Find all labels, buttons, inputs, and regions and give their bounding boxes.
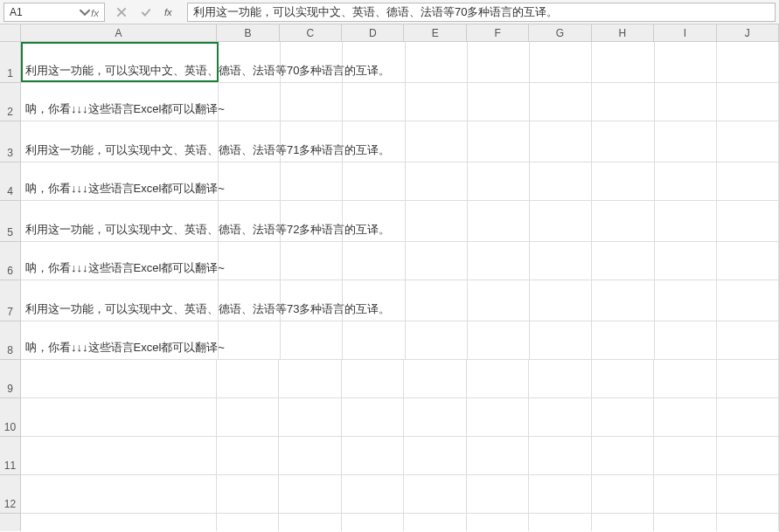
col-header-E[interactable]: E: [404, 24, 466, 41]
col-header-I[interactable]: I: [654, 24, 716, 41]
cell[interactable]: [468, 83, 530, 121]
cell[interactable]: [406, 201, 468, 241]
cell[interactable]: [717, 475, 779, 513]
cell[interactable]: [406, 280, 468, 321]
col-header-G[interactable]: G: [529, 24, 591, 41]
cell[interactable]: [468, 121, 530, 162]
cell[interactable]: [406, 162, 468, 200]
cell[interactable]: [279, 437, 341, 474]
cell[interactable]: [467, 398, 529, 436]
enter-button[interactable]: [138, 4, 154, 20]
col-header-J[interactable]: J: [717, 24, 779, 41]
cell[interactable]: [279, 360, 341, 397]
cell[interactable]: [342, 475, 404, 513]
cell[interactable]: [468, 201, 530, 241]
cell[interactable]: [404, 398, 466, 436]
cell-A8[interactable]: 呐，你看↓↓↓这些语言Excel都可以翻译~: [21, 321, 219, 359]
cell[interactable]: [281, 83, 343, 121]
name-box-fx-icon[interactable]: fx: [91, 6, 103, 18]
row-header-4[interactable]: 4: [0, 162, 20, 201]
cell[interactable]: [530, 162, 592, 200]
cell[interactable]: [467, 437, 529, 474]
cell[interactable]: [530, 121, 592, 162]
cell[interactable]: [529, 514, 591, 531]
cell[interactable]: [406, 83, 468, 121]
cell[interactable]: [530, 242, 592, 280]
cell[interactable]: [343, 321, 405, 359]
cell[interactable]: [217, 360, 279, 397]
cell[interactable]: [530, 280, 592, 321]
cell[interactable]: [467, 360, 529, 397]
cell[interactable]: [404, 514, 466, 531]
cell[interactable]: [468, 280, 530, 321]
cell[interactable]: [217, 398, 279, 436]
cell[interactable]: [404, 437, 466, 474]
cell[interactable]: [467, 475, 529, 513]
cell[interactable]: [592, 360, 654, 397]
cell[interactable]: [21, 475, 217, 513]
cell[interactable]: [217, 514, 279, 531]
cell[interactable]: [343, 83, 405, 121]
cell[interactable]: [592, 280, 654, 321]
cell[interactable]: [592, 475, 654, 513]
cell[interactable]: [717, 121, 779, 162]
cell[interactable]: [406, 242, 468, 280]
col-header-D[interactable]: D: [342, 24, 404, 41]
cell[interactable]: [406, 42, 468, 82]
row-header-10[interactable]: 10: [0, 398, 20, 437]
cell-A5[interactable]: 利用这一功能，可以实现中文、英语、德语、法语等72多种语言的互译。: [21, 201, 219, 241]
cell[interactable]: [654, 475, 716, 513]
row-header-12[interactable]: 12: [0, 475, 20, 514]
cell[interactable]: [654, 398, 716, 436]
cell[interactable]: [592, 321, 654, 359]
cell[interactable]: [529, 475, 591, 513]
cell[interactable]: [654, 437, 716, 474]
cell[interactable]: [342, 360, 404, 397]
cell[interactable]: [217, 437, 279, 474]
col-header-A[interactable]: A: [21, 24, 217, 41]
cell[interactable]: [655, 83, 717, 121]
row-header-3[interactable]: 3: [0, 121, 20, 162]
cell[interactable]: [342, 437, 404, 474]
cell[interactable]: [654, 360, 716, 397]
cell-A7[interactable]: 利用这一功能，可以实现中文、英语、德语、法语等73多种语言的互译。: [21, 280, 219, 321]
cell[interactable]: [717, 242, 779, 280]
row-header-7[interactable]: 7: [0, 280, 20, 321]
cell[interactable]: [717, 83, 779, 121]
cell[interactable]: [279, 514, 341, 531]
cell[interactable]: [717, 360, 779, 397]
cell[interactable]: [655, 201, 717, 241]
cell[interactable]: [592, 514, 654, 531]
cell[interactable]: [217, 475, 279, 513]
cell[interactable]: [468, 42, 530, 82]
cell[interactable]: [404, 360, 466, 397]
cell[interactable]: [654, 514, 716, 531]
cell[interactable]: [219, 162, 281, 200]
row-header-8[interactable]: 8: [0, 321, 20, 360]
insert-function-button[interactable]: fx: [163, 4, 178, 20]
formula-input[interactable]: [187, 3, 776, 22]
cell[interactable]: [592, 83, 654, 121]
cell[interactable]: [530, 42, 592, 82]
cell[interactable]: [468, 242, 530, 280]
cell[interactable]: [468, 321, 530, 359]
cell[interactable]: [281, 242, 343, 280]
row-header-5[interactable]: 5: [0, 201, 20, 242]
cell[interactable]: [717, 437, 779, 474]
cell-A2[interactable]: 呐，你看↓↓↓这些语言Excel都可以翻译~: [21, 83, 219, 121]
row-header-6[interactable]: 6: [0, 242, 20, 280]
cell[interactable]: [404, 475, 466, 513]
cell[interactable]: [530, 201, 592, 241]
col-header-F[interactable]: F: [467, 24, 529, 41]
row-header-11[interactable]: 11: [0, 437, 20, 475]
cancel-button[interactable]: [114, 4, 129, 20]
cell[interactable]: [529, 360, 591, 397]
cell[interactable]: [406, 121, 468, 162]
cell[interactable]: [279, 398, 341, 436]
row-header-9[interactable]: 9: [0, 360, 20, 398]
cell[interactable]: [592, 201, 654, 241]
cell[interactable]: [342, 398, 404, 436]
cell[interactable]: [529, 398, 591, 436]
cell[interactable]: [717, 321, 779, 359]
cell[interactable]: [21, 437, 217, 474]
